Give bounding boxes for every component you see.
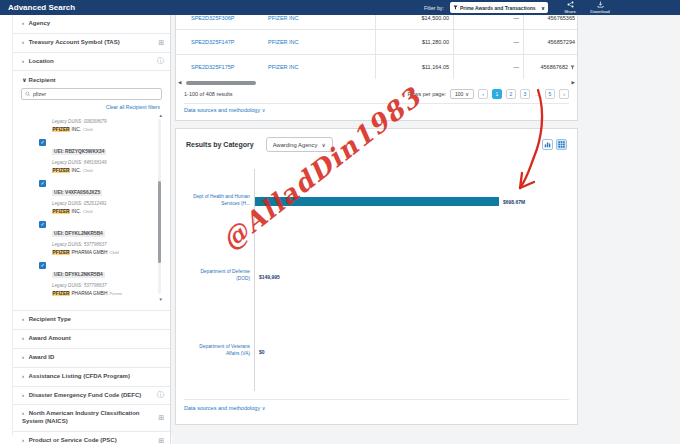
category-label-link[interactable]: Department of Defense (DOD) — [176, 268, 250, 282]
share-label: Share — [556, 9, 584, 14]
recipient-checkbox[interactable]: ✓ — [39, 262, 46, 269]
highlighted-match: PFIZER — [52, 291, 70, 296]
scroll-down-icon[interactable]: ▼ — [159, 297, 163, 302]
chart-bar-row-va: Department of Veterans Affairs (VA) $0 — [176, 343, 577, 361]
sidebar-item-agency[interactable]: › Agency — [13, 15, 170, 34]
chevron-right-icon: › — [22, 410, 24, 416]
chevron-right-icon: › — [22, 58, 24, 64]
chevron-down-icon: ∨ — [465, 91, 469, 97]
sidebar-item-tas[interactable]: › Treasury Account Symbol (TAS) ⊞ — [13, 34, 170, 53]
recipient-checkbox[interactable]: ✓ — [39, 221, 46, 228]
next-page-button[interactable]: › — [559, 89, 569, 99]
recipient-search-box — [21, 88, 162, 100]
page-title: Advanced Search — [8, 0, 75, 15]
category-label-link[interactable]: Dept of Health and Human Services (H... — [176, 193, 250, 207]
category-label-line: Affairs (VA) — [176, 350, 250, 357]
column-filter-icon[interactable] — [570, 65, 575, 70]
page-button-5[interactable]: 5 — [545, 89, 555, 99]
page-button-1[interactable]: 1 — [492, 89, 502, 99]
sidebar-item-defc[interactable]: › Disaster Emergency Fund Code (DEFC) ⓘ — [13, 387, 170, 406]
table-icon — [558, 141, 565, 148]
award-type-filter-dropdown[interactable]: Prime Awards and Transactions ∨ — [450, 2, 548, 13]
recipient-name-rest: INC. — [70, 209, 81, 214]
category-label-line: Department of Veterans — [176, 343, 250, 350]
download-button[interactable]: Download — [586, 1, 614, 14]
list-item-recipient: ✓ UEI: V4XFA0S6JXZ5 Legacy DUNS: 0526124… — [52, 180, 154, 214]
sidebar-item-location[interactable]: › Location ⓘ — [13, 53, 170, 72]
sidebar-item-recipient[interactable]: ∨ Recipient — [13, 71, 170, 86]
award-id-link[interactable]: SPE2D325F147P — [176, 39, 260, 45]
recipient-duns: Legacy DUNS: 848168149 — [52, 160, 154, 165]
recipient-uei: UEI: V4XFA0S6JXZ5 — [52, 190, 102, 196]
sidebar-item-naics[interactable]: › North American Industry Classification… — [13, 405, 170, 432]
rows-per-page-value: 100 — [455, 91, 463, 97]
category-label-link[interactable]: Department of Veterans Affairs (VA) — [176, 343, 250, 357]
page-button-3[interactable]: 3 — [520, 89, 530, 99]
sidebar-item-award-id[interactable]: › Award ID — [13, 349, 170, 368]
chevron-right-icon: › — [22, 39, 24, 45]
bar-hhs[interactable] — [255, 197, 499, 206]
prev-page-button[interactable]: ‹ — [478, 89, 488, 99]
recipient-checkbox[interactable]: ✓ — [39, 139, 46, 146]
sidebar-item-recipient-type[interactable]: › Recipient Type — [13, 311, 170, 330]
recipient-link[interactable]: PFIZER INC — [260, 39, 375, 45]
category-label-line: Services (H... — [176, 200, 250, 207]
download-label: Download — [586, 9, 614, 14]
highlighted-match: PFIZER — [52, 168, 70, 173]
table-scrollbar-thumb[interactable] — [186, 81, 256, 85]
sidebar-item-cfda[interactable]: › Assistance Listing (CFDA Program) — [13, 368, 170, 387]
recipient-name: PFIZER PHARMA GMBHChild — [52, 250, 154, 255]
divider — [184, 399, 569, 400]
sidebar-item-label: Award Amount — [28, 335, 70, 341]
award-amount-cell: $11,280.00 — [375, 30, 453, 54]
recipient-name-rest: INC. — [70, 168, 81, 173]
recipient-list-scrollbar-thumb[interactable] — [158, 181, 161, 263]
award-id-link[interactable]: SPE2D325F306P — [176, 15, 260, 21]
award-id-link[interactable]: SPE2D325F175P — [176, 64, 260, 70]
rows-per-page-select[interactable]: 100 ∨ — [450, 89, 474, 99]
bar-value-label: $149,995 — [259, 274, 280, 280]
advanced-search-page: Advanced Search Filter by: Prime Awards … — [0, 0, 680, 444]
recipient-name: PFIZER INC.Child — [52, 168, 154, 173]
recipient-name: PFIZER PHARMA GMBHParent — [52, 291, 154, 296]
chart-view-toggle[interactable] — [542, 139, 553, 150]
recipient-search-input[interactable] — [33, 91, 158, 97]
recipient-link[interactable]: PFIZER INC — [260, 15, 375, 21]
sidebar-item-label: Location — [29, 58, 54, 64]
sidebar-item-label: Recipient Type — [29, 316, 71, 322]
sidebar-item-label: Assistance Listing (CFDA Program) — [28, 373, 129, 379]
table-horizontal-scrollbar: ◀ ▶ — [176, 79, 577, 86]
info-icon: ⓘ — [157, 391, 164, 400]
sidebar-item-label: Disaster Emergency Fund Code (DEFC) — [29, 392, 142, 398]
chevron-down-icon: ∨ — [262, 107, 266, 113]
grid-icon: ⊞ — [158, 436, 164, 444]
sidebar-item-psc[interactable]: › Product or Service Code (PSC) ⊞ — [13, 432, 170, 444]
list-item-recipient: ✓ UEI: RBZYQK5WKX34 Legacy DUNS: 8481681… — [52, 139, 154, 173]
award-type-filter-value: Prime Awards and Transactions — [460, 5, 536, 11]
bar-value-label: $0 — [259, 349, 265, 355]
table-view-toggle[interactable] — [556, 139, 567, 150]
recipient-link[interactable]: PFIZER INC — [260, 64, 375, 70]
grid-icon: ⊞ — [158, 414, 164, 423]
recipient-level-tag: Child — [83, 127, 93, 132]
left-gutter — [0, 0, 13, 444]
recipient-section-title: Recipient — [29, 77, 56, 83]
chart-bar-row-dod: Department of Defense (DOD) $149,995 — [176, 268, 577, 286]
data-sources-link[interactable]: Data sources and methodology ∨ — [184, 405, 265, 411]
recipient-uei: UEI: DFYKL2NKR5B4 — [52, 231, 105, 237]
scroll-up-icon[interactable]: ▲ — [159, 113, 163, 118]
page-button-2[interactable]: 2 — [506, 89, 516, 99]
ref-number-cell: 456857294 — [523, 30, 579, 54]
recipient-checkbox[interactable]: ✓ — [39, 180, 46, 187]
list-item-recipient: ✓ UEI: DFYKL2NKR5B4 Legacy DUNS: 5377986… — [52, 262, 154, 296]
data-sources-link[interactable]: Data sources and methodology ∨ — [184, 107, 265, 113]
scroll-right-icon[interactable]: ▶ — [572, 80, 575, 85]
share-button[interactable]: Share — [556, 1, 584, 14]
category-dropdown[interactable]: Awarding Agency ∨ — [266, 137, 333, 152]
sidebar-item-label: Agency — [28, 20, 50, 26]
award-amount-cell: $11,164.05 — [375, 55, 453, 79]
sidebar-item-award-amount[interactable]: › Award Amount — [13, 330, 170, 349]
clear-recipient-filters-link[interactable]: Clear all Recipient filters — [23, 104, 160, 110]
recipient-uei: UEI: RBZYQK5WKX34 — [52, 149, 106, 155]
scroll-left-icon[interactable]: ◀ — [178, 80, 181, 85]
